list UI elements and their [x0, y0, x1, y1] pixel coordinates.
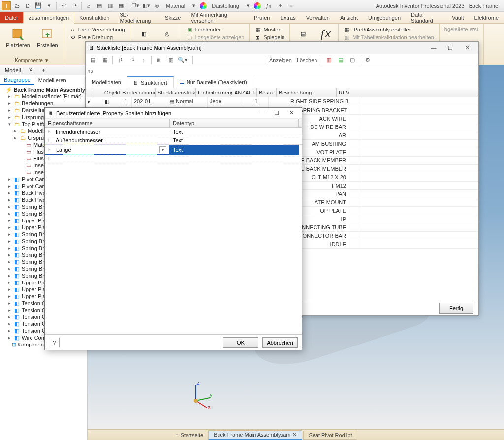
ribbon-tab[interactable]: Ansicht	[335, 12, 363, 23]
done-button[interactable]: Fertig	[439, 303, 473, 314]
appearance-icon[interactable]: ◎	[152, 1, 162, 10]
save-dropdown-icon[interactable]: ▾	[44, 1, 54, 10]
table-row[interactable]: ⊦AußendurchmesserText	[45, 136, 302, 145]
search-icon[interactable]: 🔍▾	[177, 55, 188, 65]
close-icon[interactable]: ✕	[284, 109, 299, 118]
pattern-button[interactable]: ▦Muster	[253, 26, 285, 33]
close-icon[interactable]: ✕	[292, 432, 297, 438]
display-label[interactable]: Darstellung	[209, 3, 242, 9]
formula-input[interactable]	[94, 67, 479, 75]
columns-icon[interactable]: ▥	[165, 55, 176, 65]
undo-icon[interactable]: ↶	[59, 1, 68, 10]
tree-node[interactable]: ▸🗀Modellzustände: [Primär]	[0, 93, 87, 100]
add-tab-icon[interactable]: ＋	[38, 65, 49, 75]
ribbon-tab[interactable]: Umgebungen	[363, 12, 406, 23]
ribbon-tab[interactable]: Mit Anmerkung versehen	[186, 12, 249, 23]
select-icon[interactable]: ☐▾	[130, 1, 140, 10]
save-icon[interactable]: 💾	[33, 1, 43, 10]
maximize-icon[interactable]: ☐	[269, 109, 284, 118]
model-tab[interactable]: Modell	[2, 66, 24, 74]
sort-desc-icon[interactable]: ↑¹	[126, 55, 137, 65]
subtab-model[interactable]: Modellieren	[34, 75, 70, 85]
fx-label[interactable]: ƒx	[263, 3, 275, 9]
create-button[interactable]: ✚Erstellen	[35, 26, 60, 49]
dropdown-icon[interactable]: ▾	[159, 146, 166, 153]
redo-icon[interactable]: ↷	[69, 1, 79, 10]
ribbon-tab[interactable]: Prüfen	[249, 12, 275, 23]
bom-tab-structured[interactable]: 🗏Strukturiert	[127, 76, 174, 88]
parameters-button[interactable]: ƒx	[315, 26, 334, 42]
col-property-name[interactable]: Eigenschaftsname	[45, 119, 170, 127]
sort2-icon[interactable]: ↕	[138, 55, 149, 65]
ribbon-tab[interactable]: Extras	[275, 12, 301, 23]
row-icon[interactable]: ▤	[335, 55, 346, 65]
ribbon-tab[interactable]: Data Standard	[406, 12, 447, 23]
spreadsheet-button[interactable]: ▥Mit Tabellenkalkulation bearbeiten	[343, 33, 435, 41]
minimize-icon[interactable]: —	[254, 109, 269, 118]
bom-titlebar[interactable]: 🗏 Stückliste [Back Frame Main Assembly.i…	[86, 42, 478, 54]
component-group-label[interactable]: Komponente ▼	[4, 58, 60, 63]
ipart-button[interactable]: ▦iPart/iAssembly erstellen	[343, 26, 435, 33]
close-icon[interactable]: ✕	[459, 43, 475, 53]
sort-asc-icon[interactable]: ↓¹	[115, 55, 126, 65]
table-row[interactable]: ⊦InnendurchmesserText	[45, 128, 302, 136]
show-button[interactable]: ▣Einblenden	[185, 26, 246, 33]
col-datatype[interactable]: Datentyp	[170, 119, 299, 127]
ribbon-tab[interactable]: Konstruktion	[74, 12, 115, 23]
loeschen-link[interactable]: Löschen	[295, 57, 319, 63]
joint-button[interactable]: ◧	[134, 26, 153, 42]
equals-icon[interactable]: ＝	[286, 1, 296, 10]
gear-icon[interactable]: ⚙	[362, 55, 373, 65]
iprop-grid[interactable]: ⊦InnendurchmesserText⊦AußendurchmesserTe…	[45, 128, 302, 334]
material-label[interactable]: Material	[163, 3, 188, 9]
ribbon-tab[interactable]: Skizze	[160, 12, 186, 23]
anzeigen-link[interactable]: Anzeigen	[267, 57, 294, 63]
ribbon-tab[interactable]: Verwalten	[301, 12, 335, 23]
grid-icon[interactable]: ▦	[99, 55, 110, 65]
dialog-titlebar[interactable]: 🗏 Benutzerdefinierte iProperty-Spalten h…	[45, 108, 302, 119]
minimize-icon[interactable]: —	[425, 43, 442, 53]
free-move-button[interactable]: ↔Freie Verschiebung	[68, 26, 126, 33]
mirror-button[interactable]: ⧗Spiegeln	[253, 33, 285, 41]
home-tab[interactable]: ⌂Startseite	[171, 432, 207, 438]
free-rotate-button[interactable]: ⟲Freie Drehung	[68, 33, 126, 41]
open-icon[interactable]: 🗁	[12, 1, 22, 10]
home-icon[interactable]: ⌂	[84, 1, 94, 10]
table-row[interactable]: ▸◧1202-01▤ NormalJede1RIGHT SIDE SPRING …	[86, 97, 478, 106]
bom-tab-partsonly[interactable]: ☰Nur Bauteile (Deaktiviert)	[174, 76, 253, 88]
bom-tab-modeldata[interactable]: Modelldaten	[86, 76, 127, 88]
ribbon-tab[interactable]: Vault	[447, 12, 469, 23]
tree-node[interactable]: ▸🗀Beziehungen	[0, 100, 87, 107]
tree-node[interactable]: ⚡Back Frame Main Assembly.	[0, 86, 87, 93]
plus-icon[interactable]: ＋	[275, 1, 285, 10]
ok-button[interactable]: OK	[223, 337, 258, 348]
cancel-button[interactable]: Abbrechen	[262, 337, 298, 348]
doc-tab[interactable]: Back Frame Main Assembly.iam✕	[208, 430, 302, 440]
constrain-button[interactable]: ◎	[158, 26, 177, 42]
color-swatch-icon	[200, 2, 207, 9]
bom-button[interactable]: ▤	[294, 26, 313, 42]
doc3-icon[interactable]: ▦	[116, 1, 126, 10]
doc2-icon[interactable]: ▥	[105, 1, 115, 10]
maximize-icon[interactable]: ☐	[442, 43, 459, 53]
table-row[interactable]: ⊦Länge▾Text	[45, 145, 302, 155]
export-icon[interactable]: ▤	[88, 55, 98, 65]
col-icon[interactable]: ▥	[323, 55, 334, 65]
place-button[interactable]: Platzieren	[4, 26, 32, 49]
props-icon[interactable]: 🗏	[154, 55, 164, 65]
file-tab[interactable]: Datei	[0, 12, 23, 23]
show-detached-button[interactable]: ▢Losgelöste anzeigen	[185, 33, 246, 41]
page-icon[interactable]: ▢	[347, 55, 358, 65]
new-icon[interactable]: 🗋	[23, 1, 32, 10]
filter-input[interactable]	[192, 56, 266, 64]
filter-icon[interactable]: ◧▾	[141, 1, 151, 10]
doc-tab[interactable]: Seat Pivot Rod.ipt	[303, 431, 357, 440]
doc1-icon[interactable]: ▤	[94, 1, 104, 10]
table-row[interactable]: ⊦	[45, 155, 302, 162]
help-icon[interactable]: ?	[49, 338, 60, 347]
subtab-assembly[interactable]: Baugruppe	[0, 75, 34, 85]
ribbon-tab[interactable]: 3D-Modellierung	[115, 12, 160, 23]
ribbon-tab[interactable]: Elektrome	[469, 12, 504, 23]
close-icon[interactable]: ✕	[26, 66, 36, 74]
ribbon-tab[interactable]: Zusammenfügen	[23, 12, 75, 24]
